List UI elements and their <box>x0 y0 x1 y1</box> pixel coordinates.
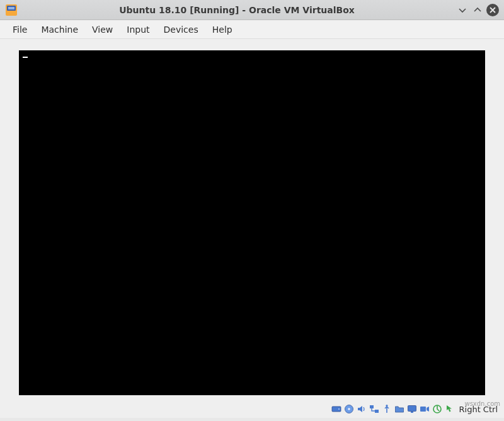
svg-point-4 <box>338 408 340 410</box>
menu-input[interactable]: Input <box>120 22 156 37</box>
menu-view[interactable]: View <box>86 22 119 37</box>
display-icon[interactable] <box>406 403 418 415</box>
mouse-integration-icon[interactable] <box>444 403 455 415</box>
recording-icon[interactable] <box>419 403 430 415</box>
host-key-indicator[interactable]: Right Ctrl <box>459 405 498 414</box>
minimize-button[interactable] <box>456 4 469 16</box>
vm-display[interactable] <box>19 50 485 395</box>
audio-icon[interactable] <box>356 403 367 415</box>
svg-rect-7 <box>370 405 374 408</box>
processor-icon[interactable] <box>432 403 443 415</box>
virtualbox-app-icon <box>5 4 18 16</box>
menu-help[interactable]: Help <box>206 22 239 37</box>
maximize-button[interactable] <box>471 4 484 16</box>
menubar: File Machine View Input Devices Help <box>0 20 504 39</box>
svg-rect-11 <box>411 412 413 413</box>
shared-folders-icon[interactable] <box>394 403 405 415</box>
svg-point-9 <box>386 405 387 407</box>
menu-file[interactable]: File <box>6 22 33 37</box>
vm-content-area <box>0 39 504 400</box>
titlebar: Ubuntu 18.10 [Running] - Oracle VM Virtu… <box>0 0 504 20</box>
svg-point-6 <box>348 408 350 410</box>
svg-rect-8 <box>375 410 379 413</box>
window-controls <box>456 4 499 16</box>
svg-rect-10 <box>408 406 416 412</box>
svg-rect-12 <box>420 407 426 412</box>
svg-rect-2 <box>8 7 14 9</box>
close-button[interactable] <box>486 4 499 16</box>
optical-disk-icon[interactable] <box>343 403 355 415</box>
menu-devices[interactable]: Devices <box>158 22 205 37</box>
hard-disk-icon[interactable] <box>331 403 342 415</box>
network-icon[interactable] <box>369 403 380 415</box>
statusbar: Right Ctrl <box>0 400 504 418</box>
usb-icon[interactable] <box>381 403 392 415</box>
menu-machine[interactable]: Machine <box>35 22 84 37</box>
window-title: Ubuntu 18.10 [Running] - Oracle VM Virtu… <box>23 5 451 15</box>
text-cursor <box>23 57 28 58</box>
